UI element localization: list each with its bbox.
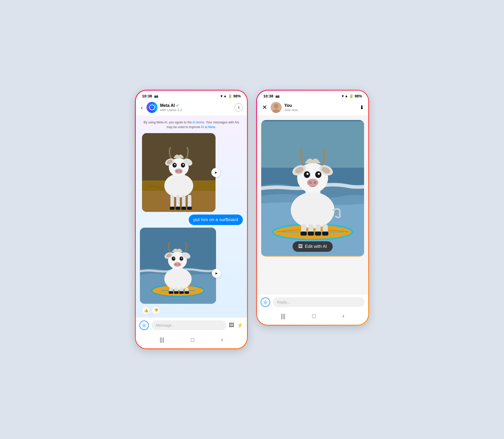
svg-point-10 [174,164,176,165]
ai-surfboard-image[interactable] [140,228,216,304]
header-info-right: You Just now [284,103,357,112]
reply-bar: ◎ Reply... [257,294,368,310]
nav-hamburger-left[interactable]: ||| [160,336,164,343]
svg-rect-49 [179,291,184,294]
info-button[interactable]: ℹ [234,103,243,112]
thumbsdown-button[interactable]: 👎 [152,306,160,314]
status-bar-left: 10:38 📷 ▾ ▲ 🔋 98% [136,91,247,100]
svg-point-38 [175,264,177,265]
user-bubble: put him on a surfboard [189,215,243,225]
svg-point-13 [176,170,178,172]
right-phone: 10:38 📷 ▾ ▲ 🔋 98% ✕ [256,90,369,326]
send-overlay-1[interactable]: ➤ [211,168,220,177]
chat-header-left: ‹ Meta AI ✓ with Llama 3.2 ℹ [136,100,247,116]
svg-point-65 [318,173,320,175]
ai-subtitle: with Llama 3.2 [160,108,232,112]
right-goat-image[interactable]: 🖼 Edit with AI [261,120,364,257]
reply-camera-icon: ◎ [264,300,267,305]
svg-point-11 [183,164,184,165]
battery-percent-right: 98% [355,94,362,98]
svg-point-64 [306,173,308,175]
time-right: 10:38 [263,94,273,98]
svg-point-33 [172,257,175,261]
surfboard-image-wrapper: ➤ [140,228,216,304]
svg-point-12 [175,169,183,174]
nav-back-right[interactable]: ‹ [343,313,344,320]
svg-point-35 [173,258,174,259]
svg-rect-80 [322,232,328,236]
nav-back-left[interactable]: ‹ [221,336,223,343]
svg-rect-22 [170,207,175,210]
reply-input[interactable]: Reply... [273,297,365,307]
image-button[interactable]: 🖼 [229,322,234,328]
svg-rect-23 [176,207,180,210]
edit-ai-label: Edit with AI [305,244,327,249]
svg-rect-24 [181,207,186,210]
chat-header-right: ✕ You Just now ⬇ [257,100,368,116]
nav-hamburger-right[interactable]: ||| [281,313,285,320]
camera-icon-right: 📷 [275,94,280,98]
back-button[interactable]: ‹ [140,103,144,112]
edit-ai-icon: 🖼 [298,244,303,249]
svg-rect-48 [174,291,178,294]
left-phone: 10:38 📷 ▾ ▲ 🔋 98% ‹ Meta AI [135,90,248,349]
status-bar-right: 10:38 📷 ▾ ▲ 🔋 98% [257,91,368,100]
message-input[interactable]: Message... [151,320,226,330]
you-name: You [284,103,357,108]
camera-icon: 📷 [154,94,158,98]
close-button[interactable]: ✕ [261,103,268,112]
battery-icon-right: 🔋 [349,94,354,98]
chat-body-right: 🖼 Edit with AI [257,116,368,294]
thumbsup-button[interactable]: 👍 [142,306,150,314]
edit-with-ai-button[interactable]: 🖼 Edit with AI [292,241,333,252]
header-info-left: Meta AI ✓ with Llama 3.2 [160,103,232,112]
chat-input-bar-left: ◎ Message... 🖼 ⚡ [136,317,247,333]
svg-point-66 [307,179,318,186]
verified-badge: ✓ [176,103,179,108]
svg-rect-79 [315,232,321,236]
download-button[interactable]: ⬇ [360,104,364,111]
chat-body-left: By using Meta AI, you agree to the AI te… [136,116,247,317]
svg-point-52 [274,104,279,108]
svg-rect-78 [308,232,314,236]
goat-surfboard-svg [140,228,216,304]
signal-icon-right: ▲ [345,94,348,98]
ai-at-meta-link[interactable]: AI at Meta [201,125,215,129]
svg-point-37 [174,262,181,267]
right-goat-surfboard-svg [261,120,364,257]
ai-name: Meta AI ✓ [160,103,232,108]
svg-point-34 [180,257,183,261]
battery-percent-left: 98% [233,94,241,98]
thumbsup-icon: 👍 [144,308,148,312]
nav-home-right[interactable]: □ [312,313,316,320]
battery-icon: 🔋 [228,94,232,98]
ai-goat-image[interactable] [142,133,216,212]
svg-point-68 [313,181,317,184]
send-overlay-2[interactable]: ➤ [212,269,221,278]
ai-terms-link[interactable]: AI terms [192,121,204,124]
nav-bar-left: ||| □ ‹ [136,333,247,348]
nav-home-left[interactable]: □ [191,336,194,343]
camera-icon-btn: ◎ [142,323,146,328]
goat-standing-svg [142,133,216,212]
reaction-row: 👍 👎 [142,306,243,314]
thumbsdown-icon: 👎 [154,308,158,312]
audio-button[interactable]: ⚡ [237,322,243,328]
svg-point-67 [309,181,312,184]
wifi-icon-right: ▾ [342,94,344,98]
svg-point-14 [179,170,181,172]
signal-icon: ▲ [223,94,227,98]
reply-camera-button[interactable]: ◎ [261,297,270,307]
svg-rect-77 [301,232,307,236]
user-message-row: put him on a surfboard [140,215,243,225]
nav-bar-right: ||| □ ‹ [257,310,368,325]
you-avatar-svg [271,102,282,113]
wifi-icon: ▾ [220,94,222,98]
svg-point-39 [178,264,180,265]
ai-surfboard-message: ➤ [140,228,243,304]
meta-ai-avatar [146,102,158,113]
send-icon-2: ➤ [215,271,218,275]
camera-button[interactable]: ◎ [139,321,149,330]
svg-rect-47 [169,291,173,294]
right-image-container: 🖼 Edit with AI [261,120,364,257]
